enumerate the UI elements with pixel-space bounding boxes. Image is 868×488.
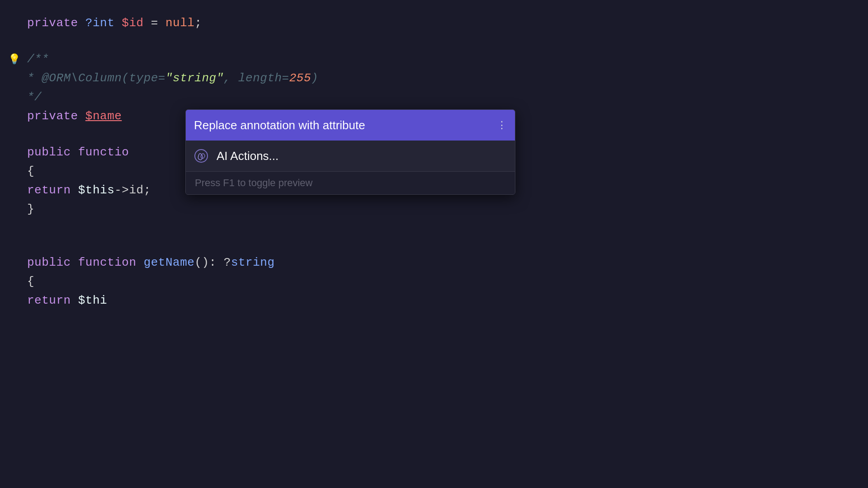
code-content: return $thi bbox=[27, 292, 868, 309]
code-line: */ bbox=[0, 88, 868, 107]
menu-item-replace-label: Replace annotation with attribute bbox=[194, 118, 497, 132]
ai-swirl-icon bbox=[194, 149, 208, 163]
code-token: { bbox=[27, 275, 34, 288]
code-line: } bbox=[0, 200, 868, 219]
code-token: /** bbox=[27, 52, 49, 66]
context-menu: Replace annotation with attribute ⋮ AI A… bbox=[185, 109, 515, 195]
code-token: $this bbox=[78, 183, 115, 197]
code-token: functio bbox=[78, 145, 129, 159]
code-line: * @ORM\Column(type="string", length=255) bbox=[0, 69, 868, 88]
code-line: 💡/** bbox=[0, 50, 868, 69]
line-gutter: 💡 bbox=[0, 53, 27, 66]
code-token: $thi bbox=[78, 294, 107, 307]
code-content: private ?int $id = null; bbox=[27, 14, 868, 32]
code-token: public bbox=[27, 145, 78, 159]
menu-item-ai-label: AI Actions... bbox=[217, 149, 507, 163]
code-line: public function getName(): ?string bbox=[0, 253, 868, 272]
code-content: { bbox=[27, 273, 868, 290]
code-content: /** bbox=[27, 51, 868, 68]
code-line bbox=[0, 219, 868, 236]
code-token: { bbox=[27, 164, 34, 178]
code-token: $name bbox=[85, 109, 122, 123]
code-token: ->id; bbox=[114, 183, 151, 197]
lightbulb-icon[interactable]: 💡 bbox=[8, 53, 20, 66]
code-content: public function getName(): ?string bbox=[27, 254, 868, 271]
code-token: return bbox=[27, 294, 78, 307]
menu-item-ai-actions[interactable]: AI Actions... bbox=[186, 141, 515, 171]
code-token: (): ? bbox=[194, 256, 231, 269]
hint-line: Press F1 to toggle preview bbox=[186, 171, 515, 194]
code-token: private bbox=[27, 109, 85, 123]
menu-item-replace-annotation[interactable]: Replace annotation with attribute ⋮ bbox=[186, 110, 515, 141]
code-token: function bbox=[78, 256, 144, 269]
code-token: string bbox=[231, 256, 275, 269]
code-line: private ?int $id = null; bbox=[0, 14, 868, 33]
code-line: { bbox=[0, 272, 868, 291]
code-token: "string" bbox=[165, 71, 224, 85]
code-content: } bbox=[27, 201, 868, 218]
code-token: , length= bbox=[224, 71, 289, 85]
code-token: private bbox=[27, 16, 85, 30]
code-token: ?int bbox=[85, 16, 122, 30]
code-token: = bbox=[144, 16, 165, 30]
hint-text: Press F1 to toggle preview bbox=[195, 177, 312, 188]
code-token: getName bbox=[144, 256, 195, 269]
code-content: * @ORM\Column(type="string", length=255) bbox=[27, 70, 868, 87]
code-token: ) bbox=[311, 71, 318, 85]
code-line: return $thi bbox=[0, 291, 868, 310]
code-token: */ bbox=[27, 90, 42, 104]
code-token: $id bbox=[122, 16, 143, 30]
code-editor: private ?int $id = null;💡/** * @ORM\Colu… bbox=[0, 0, 868, 488]
code-token: } bbox=[27, 202, 34, 216]
code-token: ; bbox=[194, 16, 202, 30]
code-token: return bbox=[27, 183, 78, 197]
code-line bbox=[0, 236, 868, 253]
three-dots-icon[interactable]: ⋮ bbox=[497, 119, 507, 131]
code-line bbox=[0, 33, 868, 50]
code-token: * @ORM\Column(type= bbox=[27, 71, 165, 85]
code-token: null bbox=[165, 16, 194, 30]
code-token: 255 bbox=[289, 71, 311, 85]
code-token: public bbox=[27, 256, 78, 269]
code-content: */ bbox=[27, 89, 868, 106]
